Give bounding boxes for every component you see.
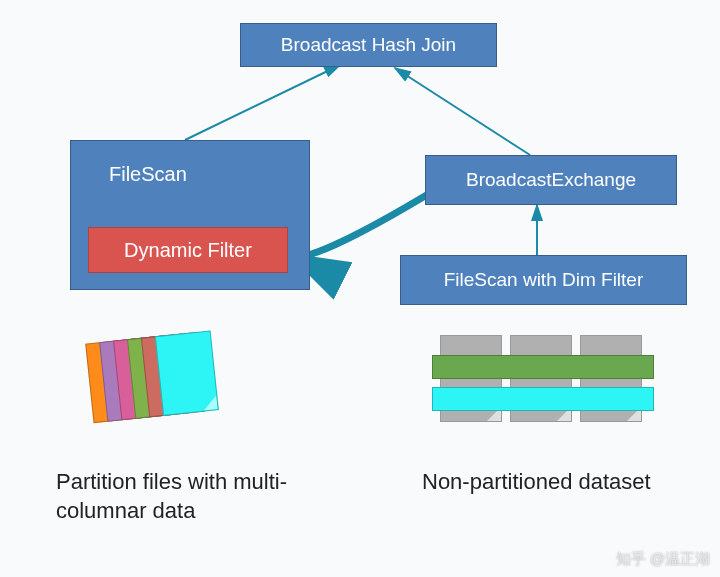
label-dynamic-filter: Dynamic Filter [124, 239, 252, 262]
node-dynamic-filter: Dynamic Filter [88, 227, 288, 273]
edge-exchange-to-join [395, 68, 530, 155]
caption-partition-files: Partition files with multi-columnar data [56, 468, 316, 525]
node-filescan-dim-filter: FileScan with Dim Filter [400, 255, 687, 305]
graphic-nonpartitioned-dataset [440, 335, 660, 445]
node-broadcast-exchange: BroadcastExchange [425, 155, 677, 205]
edge-filescan-to-join [185, 65, 340, 140]
label-filescan-dim-filter: FileScan with Dim Filter [444, 269, 644, 291]
graphic-partition-files [85, 327, 255, 443]
caption-nonpartitioned: Non-partitioned dataset [422, 468, 692, 497]
label-filescan: FileScan [109, 163, 187, 186]
label-broadcast-hash-join: Broadcast Hash Join [281, 34, 456, 56]
label-broadcast-exchange: BroadcastExchange [466, 169, 636, 191]
watermark: 知乎 @温正湖 [616, 550, 710, 569]
node-broadcast-hash-join: Broadcast Hash Join [240, 23, 497, 67]
edge-exchange-to-dynamicfilter [293, 193, 430, 257]
